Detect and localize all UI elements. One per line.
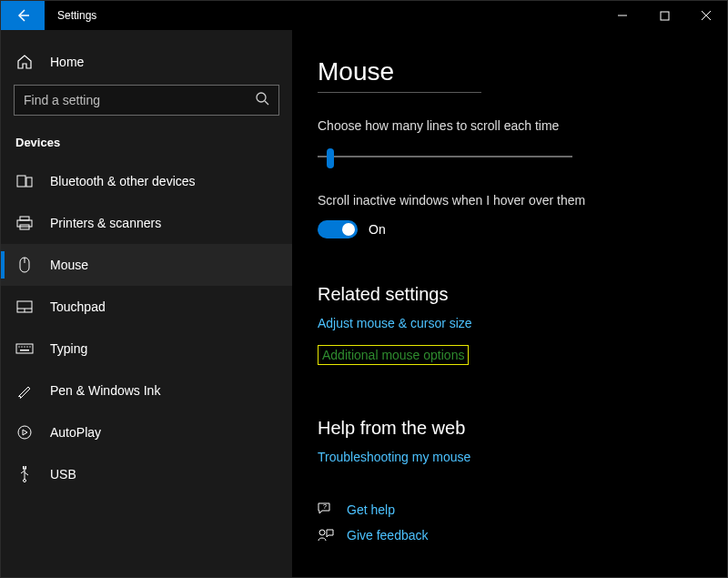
svg-text:?: ?: [323, 503, 327, 510]
feedback-icon: [318, 528, 334, 543]
adjust-cursor-link[interactable]: Adjust mouse & cursor size: [318, 316, 727, 330]
sidebar-section-header: Devices: [1, 132, 292, 160]
page-title: Mouse: [318, 57, 727, 86]
sidebar: Home Devices Bluetooth & other devices: [1, 30, 292, 577]
minimize-icon: [617, 10, 628, 21]
usb-icon: [15, 466, 34, 482]
sidebar-item-label: Pen & Windows Ink: [50, 383, 160, 398]
pen-icon: [15, 382, 34, 399]
scroll-lines-slider[interactable]: [318, 146, 572, 167]
inactive-scroll-label: Scroll inactive windows when I hover ove…: [318, 193, 727, 208]
svg-point-15: [24, 346, 25, 347]
back-button[interactable]: [1, 1, 45, 30]
chat-help-icon: ?: [318, 502, 334, 517]
arrow-left-icon: [15, 8, 30, 23]
related-settings-header: Related settings: [318, 284, 727, 305]
sidebar-item-label: USB: [50, 467, 76, 482]
inactive-scroll-toggle[interactable]: [318, 220, 358, 238]
sidebar-item-label: Mouse: [50, 258, 88, 272]
sidebar-item-autoplay[interactable]: AutoPlay: [1, 411, 292, 453]
svg-point-13: [18, 346, 19, 347]
minimize-button[interactable]: [602, 1, 643, 30]
home-button[interactable]: Home: [1, 46, 292, 85]
home-label: Home: [50, 55, 84, 69]
sidebar-item-bluetooth[interactable]: Bluetooth & other devices: [1, 160, 292, 202]
additional-mouse-options-link[interactable]: Additional mouse options: [318, 345, 469, 365]
troubleshoot-mouse-link[interactable]: Troubleshooting my mouse: [318, 450, 727, 464]
sidebar-item-touchpad[interactable]: Touchpad: [1, 286, 292, 328]
maximize-icon: [660, 11, 670, 21]
sidebar-item-label: Touchpad: [50, 299, 106, 314]
sidebar-item-pen[interactable]: Pen & Windows Ink: [1, 370, 292, 411]
printer-icon: [15, 216, 34, 230]
sidebar-item-label: Bluetooth & other devices: [50, 174, 196, 188]
touchpad-icon: [15, 300, 34, 313]
svg-rect-4: [20, 217, 29, 220]
give-feedback-label: Give feedback: [347, 528, 429, 543]
sidebar-item-label: Typing: [50, 341, 87, 356]
sidebar-item-label: AutoPlay: [50, 425, 101, 440]
svg-point-1: [257, 93, 266, 102]
title-underline: [318, 92, 481, 93]
svg-rect-2: [17, 176, 25, 187]
svg-rect-5: [17, 220, 32, 227]
close-button[interactable]: [685, 1, 727, 30]
svg-point-16: [26, 346, 27, 347]
help-web-header: Help from the web: [318, 418, 727, 439]
toggle-state-label: On: [369, 222, 386, 237]
slider-track: [318, 156, 572, 157]
keyboard-icon: [15, 343, 34, 354]
svg-point-14: [21, 346, 22, 347]
give-feedback-link[interactable]: Give feedback: [318, 528, 727, 543]
svg-rect-3: [26, 177, 32, 187]
search-icon: [255, 91, 269, 109]
content-pane: Mouse Choose how many lines to scroll ea…: [292, 30, 727, 577]
svg-rect-18: [20, 350, 29, 351]
slider-thumb[interactable]: [327, 148, 334, 168]
search-box[interactable]: [14, 85, 279, 116]
sidebar-item-usb[interactable]: USB: [1, 453, 292, 495]
sidebar-item-mouse[interactable]: Mouse: [1, 244, 292, 286]
sidebar-item-label: Printers & scanners: [50, 216, 161, 230]
mouse-icon: [15, 257, 34, 273]
search-input[interactable]: [24, 93, 255, 107]
svg-point-19: [18, 426, 31, 439]
sidebar-item-printers[interactable]: Printers & scanners: [1, 202, 292, 244]
titlebar: Settings: [1, 1, 727, 30]
svg-rect-12: [16, 344, 33, 353]
toggle-knob: [342, 223, 355, 236]
autoplay-icon: [15, 424, 34, 441]
svg-rect-0: [661, 12, 669, 20]
svg-point-20: [24, 480, 26, 482]
devices-icon: [15, 175, 34, 188]
svg-point-17: [29, 346, 30, 347]
home-icon: [15, 54, 34, 70]
svg-point-23: [319, 530, 325, 535]
close-icon: [701, 10, 712, 21]
window-title: Settings: [45, 1, 96, 30]
get-help-label: Get help: [347, 502, 395, 517]
maximize-button[interactable]: [643, 1, 685, 30]
get-help-link[interactable]: ? Get help: [318, 502, 727, 517]
scroll-lines-label: Choose how many lines to scroll each tim…: [318, 118, 727, 133]
sidebar-item-typing[interactable]: Typing: [1, 328, 292, 370]
